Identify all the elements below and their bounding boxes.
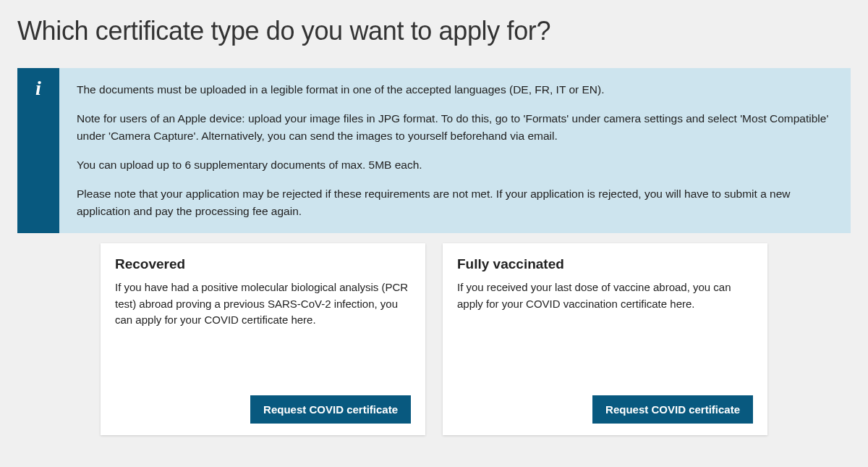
card-vaccinated: Fully vaccinated If you received your la…	[443, 243, 767, 435]
info-content: The documents must be uploaded in a legi…	[59, 68, 851, 233]
page-title: Which certificate type do you want to ap…	[17, 16, 851, 46]
info-sidebar: i	[17, 68, 59, 233]
request-vaccinated-button[interactable]: Request COVID certificate	[592, 395, 753, 424]
info-paragraph: The documents must be uploaded in a legi…	[77, 81, 835, 98]
info-paragraph: Please note that your application may be…	[77, 185, 835, 220]
card-description: If you received your last dose of vaccin…	[457, 279, 753, 395]
card-description: If you have had a positive molecular bio…	[115, 279, 411, 395]
request-recovered-button[interactable]: Request COVID certificate	[250, 395, 411, 424]
card-recovered: Recovered If you have had a positive mol…	[101, 243, 425, 435]
card-footer: Request COVID certificate	[457, 395, 753, 424]
info-icon: i	[35, 78, 41, 233]
card-title: Recovered	[115, 256, 411, 272]
info-banner: i The documents must be uploaded in a le…	[17, 68, 851, 233]
certificate-options: Recovered If you have had a positive mol…	[17, 243, 851, 435]
card-footer: Request COVID certificate	[115, 395, 411, 424]
info-paragraph: You can upload up to 6 supplementary doc…	[77, 156, 835, 174]
info-paragraph: Note for users of an Apple device: uploa…	[77, 110, 835, 145]
card-title: Fully vaccinated	[457, 256, 753, 272]
